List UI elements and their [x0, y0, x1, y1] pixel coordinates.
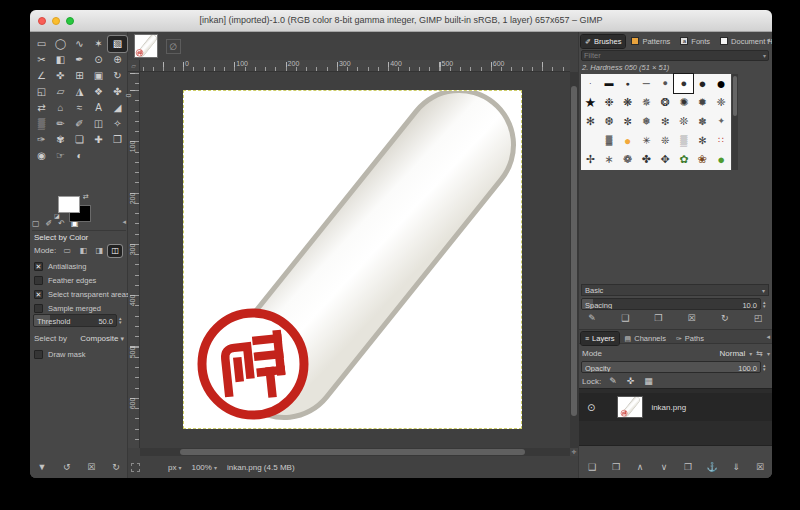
- brush-swatch[interactable]: ✻: [581, 112, 600, 131]
- tab-patterns[interactable]: Patterns: [627, 35, 674, 48]
- brush-swatch[interactable]: ❊: [656, 131, 675, 150]
- tab-brushes[interactable]: ✐Brushes: [581, 35, 625, 48]
- refresh-brushes-button[interactable]: ↻: [716, 313, 734, 323]
- move-tool[interactable]: ✜: [51, 68, 70, 84]
- switch-mode-group-icon[interactable]: ⇆: [756, 349, 763, 358]
- tab-paths[interactable]: ✑Paths: [672, 332, 708, 345]
- threshold-spinner[interactable]: ▴▾: [119, 316, 122, 324]
- layer-thumbnail[interactable]: [617, 396, 643, 418]
- navigation-preview-button[interactable]: ✛: [570, 448, 578, 456]
- horizontal-scrollbar[interactable]: [140, 448, 570, 456]
- brush-swatch[interactable]: ●: [656, 74, 675, 93]
- text-tool[interactable]: A: [89, 100, 108, 116]
- airbrush-tool[interactable]: ✧: [108, 116, 127, 132]
- close-window-button[interactable]: [38, 17, 46, 25]
- draw-mask-checkbox[interactable]: [34, 350, 43, 359]
- anchor-layer-button[interactable]: ⚓: [703, 462, 721, 472]
- brush-swatch[interactable]: ❊: [674, 112, 693, 131]
- opacity-spinner[interactable]: ▴▾: [763, 363, 766, 371]
- swap-colors-icon[interactable]: ⇄: [83, 193, 89, 201]
- crop-tool[interactable]: ▣: [89, 68, 108, 84]
- select-transparent-areas-checkbox[interactable]: ✕: [34, 290, 43, 299]
- foreground-color-swatch[interactable]: [58, 196, 80, 213]
- brush-swatch[interactable]: ●: [712, 150, 731, 169]
- quick-mask-toggle[interactable]: [131, 463, 140, 472]
- brush-swatch[interactable]: ❉: [600, 93, 619, 112]
- brush-swatch-selected[interactable]: ●: [674, 74, 693, 93]
- gradient-tool[interactable]: ▒: [32, 116, 51, 132]
- save-tool-preset-button[interactable]: ▼: [34, 462, 50, 472]
- brush-swatch[interactable]: ❆: [600, 112, 619, 131]
- antialiasing-checkbox[interactable]: ✕: [34, 262, 43, 271]
- handle-transform-tool[interactable]: ✤: [108, 84, 127, 100]
- brush-grid-scrollbar[interactable]: [732, 74, 738, 170]
- checkbox-row[interactable]: ✕Antialiasing: [34, 260, 86, 272]
- zoom-select[interactable]: 100% ▾: [191, 463, 216, 472]
- dock-tab-menu-icon[interactable]: ◂: [122, 218, 126, 226]
- scale-tool[interactable]: ◱: [32, 84, 51, 100]
- duplicate-layer-button[interactable]: ❐: [679, 462, 697, 472]
- brush-swatch[interactable]: ✿: [674, 150, 693, 169]
- layer-mode-value[interactable]: Normal: [719, 349, 745, 358]
- brush-swatch[interactable]: ✻: [693, 131, 712, 150]
- paintbrush-tool[interactable]: ✐: [70, 116, 89, 132]
- undo-history-tab-icon[interactable]: ↶: [58, 220, 65, 228]
- vertical-scrollbar-thumb[interactable]: [571, 86, 577, 416]
- image-tab-thumbnail[interactable]: [134, 34, 158, 58]
- ink-tool[interactable]: ✑: [32, 132, 51, 148]
- ruler-corner-button[interactable]: ▱: [128, 60, 140, 72]
- measure-tool[interactable]: ∠: [32, 68, 51, 84]
- zoom-tool[interactable]: ⊕: [108, 52, 127, 68]
- lock-pixels-toggle[interactable]: ✎: [609, 376, 617, 386]
- tab-channels[interactable]: ▤Channels: [621, 332, 670, 345]
- delete-layer-button[interactable]: ☒: [751, 462, 769, 472]
- merge-down-button[interactable]: ⇓: [727, 462, 745, 472]
- brush-swatch[interactable]: ✼: [618, 112, 637, 131]
- brush-swatch[interactable]: ✺: [674, 93, 693, 112]
- tool-options-tab-icon[interactable]: ▢: [32, 220, 40, 228]
- brush-swatch[interactable]: ✳: [637, 131, 656, 150]
- brush-swatch[interactable]: ●: [618, 74, 637, 93]
- brush-swatch[interactable]: ✵: [637, 93, 656, 112]
- brush-swatch[interactable]: ∗: [600, 150, 619, 169]
- warp-transform-tool[interactable]: ≈: [70, 100, 89, 116]
- tab-fonts[interactable]: aFonts: [676, 35, 714, 48]
- brush-swatch[interactable]: ✦: [712, 112, 731, 131]
- rotate-tool[interactable]: ↻: [108, 68, 127, 84]
- brush-swatch[interactable]: ✽: [693, 112, 712, 131]
- brush-swatch[interactable]: ★: [581, 93, 600, 112]
- align-tool[interactable]: ⊞: [70, 68, 89, 84]
- brush-swatch[interactable]: ❅: [637, 112, 656, 131]
- fuzzy-select-tool[interactable]: ✶: [89, 36, 108, 52]
- heal-tool[interactable]: ✚: [89, 132, 108, 148]
- layer-visibility-eye-icon[interactable]: ⊙: [587, 402, 595, 413]
- dock-tab-menu-icon[interactable]: ◂: [766, 36, 770, 44]
- tab-layers[interactable]: ≡Layers: [581, 332, 619, 345]
- scissors-select-tool[interactable]: ✂: [32, 52, 51, 68]
- brush-scrollbar-thumb[interactable]: [733, 76, 737, 116]
- brush-swatch[interactable]: ❈: [712, 93, 731, 112]
- duplicate-brush-button[interactable]: ❒: [649, 313, 667, 323]
- feather-edges-checkbox[interactable]: [34, 276, 43, 285]
- rectangle-select-tool[interactable]: ▭: [32, 36, 51, 52]
- dock-tab-menu-icon[interactable]: ◂: [766, 333, 770, 341]
- threshold-slider[interactable]: Threshold 50.0: [33, 314, 117, 327]
- unit-select[interactable]: px ▾: [168, 463, 181, 472]
- mode-replace-button[interactable]: ▭: [60, 245, 74, 257]
- smudge-tool[interactable]: ☞: [51, 148, 70, 164]
- device-status-tab-icon[interactable]: ✐: [46, 220, 53, 228]
- brush-swatch[interactable]: ❇: [656, 112, 675, 131]
- perspective-tool[interactable]: ◮: [70, 84, 89, 100]
- brush-swatch[interactable]: ·: [581, 74, 600, 93]
- open-brush-as-image-button[interactable]: ◰: [749, 313, 767, 323]
- brush-swatch[interactable]: ▒: [674, 131, 693, 150]
- checkbox-row[interactable]: Feather edges: [34, 274, 96, 286]
- mode-add-button[interactable]: ◧: [76, 245, 90, 257]
- delete-brush-button[interactable]: ☒: [683, 313, 701, 323]
- opacity-slider[interactable]: Opacity 100.0: [581, 361, 761, 373]
- brush-swatch[interactable]: ▬: [600, 74, 619, 93]
- brush-swatch[interactable]: ❂: [656, 93, 675, 112]
- titlebar[interactable]: [inkan] (imported)-1.0 (RGB color 8-bit …: [30, 10, 772, 32]
- brush-swatch[interactable]: ─: [637, 74, 656, 93]
- flip-tool[interactable]: ⇄: [32, 100, 51, 116]
